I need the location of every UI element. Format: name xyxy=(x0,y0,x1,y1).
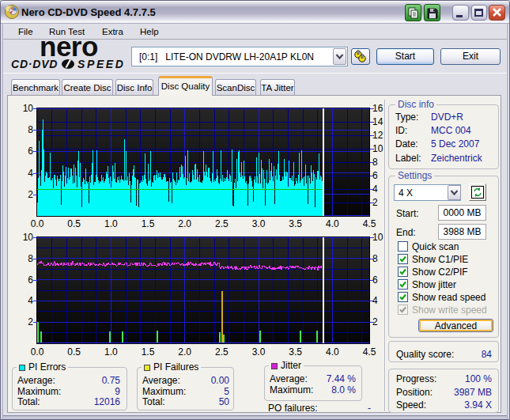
svg-text:CD·DVD: CD·DVD xyxy=(11,59,58,70)
svg-text:SPEED: SPEED xyxy=(77,59,125,70)
